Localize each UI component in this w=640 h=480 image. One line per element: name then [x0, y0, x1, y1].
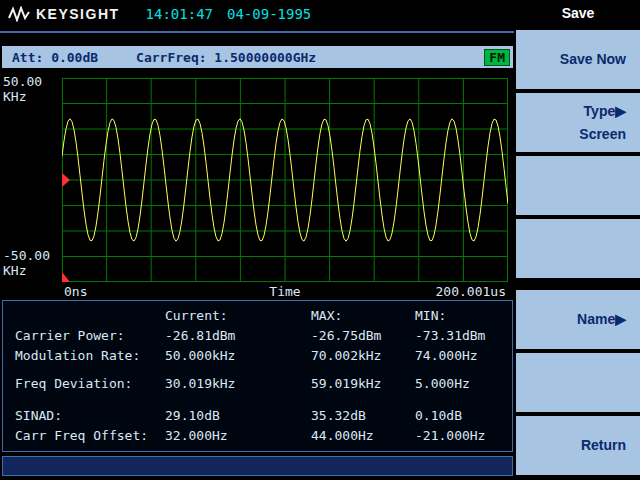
- clock: 14:01:47 04-09-1995: [146, 6, 312, 22]
- softkey-blank-1[interactable]: [516, 156, 640, 215]
- softkey-return[interactable]: Return: [516, 416, 640, 475]
- row-max: -26.75dBm: [311, 328, 415, 343]
- softkey-type-screen[interactable]: Type▶ Screen: [516, 93, 640, 152]
- table-row: Modulation Rate: 50.000kHz 70.002kHz 74.…: [3, 345, 512, 365]
- waveform-plot: [62, 78, 508, 282]
- softkey-save-now[interactable]: Save Now: [516, 30, 640, 89]
- message-bar: [2, 456, 513, 476]
- row-min: 0.10dB: [415, 408, 512, 423]
- keysight-wave-icon: [8, 6, 30, 22]
- trigger-level-marker: [62, 173, 70, 187]
- table-row: Freq Deviation: 30.019kHz 59.019kHz 5.00…: [3, 373, 512, 393]
- col-header-max: MAX:: [311, 308, 415, 323]
- softkey-label: Name▶: [577, 308, 626, 331]
- row-current: 50.000kHz: [165, 348, 311, 363]
- x-axis-start-label: 0ns: [64, 284, 87, 299]
- y-top-value: 50.00: [3, 74, 42, 89]
- status-bar: Att: 0.00dB CarrFreq: 1.50000000GHz FM: [2, 46, 513, 68]
- row-current: 32.000Hz: [165, 428, 311, 443]
- softkey-sublabel: Screen: [579, 123, 626, 146]
- row-min: 74.000Hz: [415, 348, 512, 363]
- results-table: Current: MAX: MIN: Carrier Power: -26.81…: [2, 300, 513, 452]
- row-label: Carrier Power:: [15, 328, 165, 343]
- instrument-screen: KEYSIGHT 14:01:47 04-09-1995 Save Att: 0…: [0, 0, 640, 480]
- row-min: -21.000Hz: [415, 428, 512, 443]
- col-header-min: MIN:: [415, 308, 512, 323]
- row-current: 29.10dB: [165, 408, 311, 423]
- x-axis-end-label: 200.001us: [436, 284, 506, 299]
- y-top-unit: KHz: [3, 89, 42, 104]
- softkey-label: Type▶: [584, 100, 626, 123]
- fm-mode-badge: FM: [484, 49, 510, 66]
- row-max: 59.019kHz: [311, 376, 415, 391]
- clock-time: 14:01:47: [146, 6, 213, 22]
- row-min: -73.31dBm: [415, 328, 512, 343]
- softkey-label: Save Now: [560, 48, 626, 71]
- row-current: -26.81dBm: [165, 328, 311, 343]
- row-current: 30.019kHz: [165, 376, 311, 391]
- table-header-row: Current: MAX: MIN:: [3, 305, 512, 325]
- row-label: SINAD:: [15, 408, 165, 423]
- brand-text: KEYSIGHT: [36, 6, 120, 22]
- row-label: Carr Freq Offset:: [15, 428, 165, 443]
- table-spacer: [3, 393, 512, 405]
- clock-date: 04-09-1995: [227, 6, 311, 22]
- y-axis-top-label: 50.00 KHz: [3, 74, 42, 104]
- row-max: 44.000Hz: [311, 428, 415, 443]
- row-label: Modulation Rate:: [15, 348, 165, 363]
- table-row: Carrier Power: -26.81dBm -26.75dBm -73.3…: [3, 325, 512, 345]
- softkey-column: Save Now Type▶ Screen Name▶ Return: [516, 30, 640, 475]
- softkey-name[interactable]: Name▶: [516, 290, 640, 349]
- top-divider: [0, 31, 514, 33]
- y-bottom-value: -50.00: [3, 248, 50, 263]
- row-max: 70.002kHz: [311, 348, 415, 363]
- x-axis-title: Time: [269, 284, 300, 299]
- table-row: Carr Freq Offset: 32.000Hz 44.000Hz -21.…: [3, 425, 512, 445]
- y-bottom-unit: KHz: [3, 263, 50, 278]
- y-axis-bottom-label: -50.00 KHz: [3, 248, 50, 278]
- softkey-blank-2[interactable]: [516, 219, 640, 278]
- carrier-freq-readout: CarrFreq: 1.50000000GHz: [136, 50, 316, 65]
- softkey-label: Return: [581, 434, 626, 457]
- table-spacer: [3, 365, 512, 373]
- active-menu-title: Save: [516, 5, 640, 21]
- table-row: SINAD: 29.10dB 35.32dB 0.10dB: [3, 405, 512, 425]
- row-min: 5.000Hz: [415, 376, 512, 391]
- trigger-time-marker: [62, 272, 70, 282]
- row-label: Freq Deviation:: [15, 376, 165, 391]
- x-axis-labels: 0ns Time 200.001us: [62, 284, 508, 300]
- row-max: 35.32dB: [311, 408, 415, 423]
- col-header-current: Current:: [165, 308, 311, 323]
- softkey-blank-3[interactable]: [516, 353, 640, 412]
- attenuation-readout: Att: 0.00dB: [12, 50, 98, 65]
- keysight-logo: KEYSIGHT: [8, 6, 120, 22]
